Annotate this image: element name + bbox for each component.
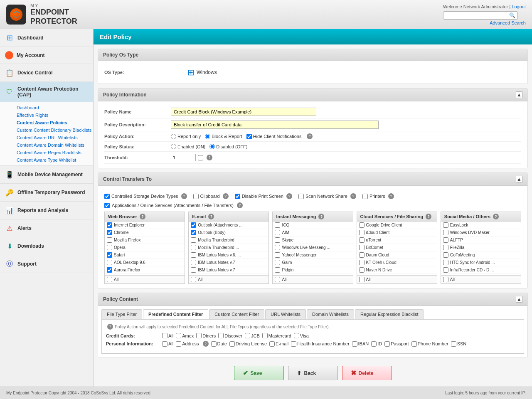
apps-help-icon[interactable]: ? [237, 202, 243, 208]
sidebar-item-alerts[interactable]: ⚠ Alerts [0, 219, 93, 237]
pi-passport[interactable]: Passport [384, 341, 409, 347]
check-network-input[interactable] [298, 194, 304, 199]
check-storage-input[interactable] [104, 194, 110, 199]
back-button[interactable]: ⬆ Back [288, 366, 338, 380]
check-clipboard[interactable]: Clipboard ? [193, 193, 229, 199]
social-all-check[interactable] [443, 277, 448, 282]
im-all-check[interactable] [275, 277, 280, 282]
sidebar-item-reports[interactable]: 📊 Reports and Analysis [0, 202, 93, 219]
check-printers[interactable]: Printers ? [362, 193, 394, 199]
submenu-regex-blacklist[interactable]: Content Aware Regex Blacklists [17, 149, 93, 156]
sidebar-item-dashboard[interactable]: ⊞ Dashboard [0, 29, 93, 47]
print-screen-help-icon[interactable]: ? [286, 193, 292, 199]
sidebar-item-downloads[interactable]: ⬇ Downloads [0, 237, 93, 255]
submenu-effective-rights[interactable]: Effective Rights [17, 111, 93, 119]
cc-amex[interactable]: Amex [176, 333, 194, 338]
policy-desc-input[interactable] [171, 121, 379, 129]
pi-address[interactable]: Address [176, 341, 199, 347]
action-help-icon[interactable]: ? [307, 133, 313, 139]
printers-help-icon[interactable]: ? [388, 193, 394, 199]
pi-all[interactable]: All [162, 341, 173, 347]
tab-file-type[interactable]: File Type Filter [101, 309, 142, 319]
pi-id[interactable]: ID [371, 341, 382, 347]
sidebar-item-otp[interactable]: 🔑 Offline Temporary Password [0, 184, 93, 202]
pi-driving[interactable]: Driving License [229, 341, 267, 347]
sidebar-item-mobile[interactable]: 📱 Mobile Device Management [0, 166, 93, 184]
check-print-screen-input[interactable] [235, 194, 240, 199]
threshold-check[interactable] [198, 155, 203, 160]
check-print-screen[interactable]: Disable Print Screen ? [235, 193, 292, 199]
pi-date[interactable]: Date [211, 341, 227, 347]
cloud-help[interactable]: ? [426, 214, 431, 219]
social-help[interactable]: ? [493, 214, 499, 219]
radio-report-only[interactable]: Report only [171, 134, 201, 139]
cc-mastercard[interactable]: Mastercard [262, 333, 291, 338]
cc-all[interactable]: All [162, 333, 173, 338]
pi-ssn[interactable]: SSN [451, 341, 467, 347]
save-button[interactable]: ✔ Save [234, 366, 284, 380]
advanced-search-link[interactable]: Advanced Search [443, 20, 526, 25]
cc-jcb[interactable]: JCB [245, 333, 260, 338]
pi-email[interactable]: E-mail [269, 341, 288, 347]
storage-help-icon[interactable]: ? [181, 193, 187, 199]
search-icon[interactable]: 🔍 [509, 12, 515, 18]
list-item: Daum Cloud [357, 251, 437, 259]
policy-name-input[interactable] [171, 108, 316, 116]
submenu-cap-policies[interactable]: Content Aware Policies [17, 119, 93, 126]
radio-enabled[interactable]: Enabled (ON) [171, 144, 205, 149]
tab-url[interactable]: URL Whitelists [265, 309, 306, 319]
sidebar-item-cap[interactable]: 🛡 Content Aware Protection (CAP) [0, 82, 93, 102]
pi-iban[interactable]: IBAN [352, 341, 369, 347]
threshold-input[interactable] [171, 154, 196, 161]
web-browser-help[interactable]: ? [140, 214, 145, 219]
check-network[interactable]: Scan Network Share ? [298, 193, 356, 199]
note-help-icon[interactable]: ? [107, 324, 113, 330]
web-all-check[interactable] [107, 277, 112, 282]
check-hide-notif-input[interactable] [246, 134, 252, 139]
apps-check[interactable] [104, 203, 110, 208]
radio-block-report-input[interactable] [205, 134, 210, 139]
cc-diners[interactable]: Diners [196, 333, 216, 338]
sidebar-item-device-control[interactable]: 📋 Device Control [0, 64, 93, 82]
radio-report-only-input[interactable] [171, 134, 176, 139]
control-collapse-btn[interactable]: ▲ [516, 176, 522, 182]
submenu-dashboard[interactable]: Dashboard [17, 104, 93, 111]
im-help[interactable]: ? [318, 214, 324, 219]
cc-visa[interactable]: Visa [294, 333, 309, 338]
tab-predefined[interactable]: Predefined Content Filter [143, 309, 208, 319]
cc-discover[interactable]: Discover [218, 333, 242, 338]
social-header: Social Media / Others ? [441, 212, 521, 222]
threshold-help-icon[interactable]: ? [207, 155, 212, 160]
content-collapse-btn[interactable]: ▲ [516, 296, 522, 303]
radio-disabled[interactable]: Disabled (OFF) [209, 144, 247, 149]
pi-phone[interactable]: Phone Number [411, 341, 448, 347]
address-help[interactable]: ? [203, 341, 209, 347]
check-hide-notif[interactable]: Hide Client Notifications [246, 134, 302, 139]
collapse-btn[interactable]: ▲ [516, 91, 522, 98]
clipboard-help-icon[interactable]: ? [223, 193, 229, 199]
tab-regex[interactable]: Regular Expression Blacklist [355, 309, 424, 319]
email-help[interactable]: ? [208, 214, 214, 219]
radio-enabled-input[interactable] [171, 144, 176, 149]
tab-domain[interactable]: Domain Whitelists [307, 309, 354, 319]
radio-block-report[interactable]: Block & Report [205, 134, 242, 139]
sidebar-item-support[interactable]: ⓪ Support [0, 255, 93, 273]
radio-disabled-input[interactable] [209, 144, 215, 149]
submenu-domain-whitelist[interactable]: Content Aware Domain Whitelists [17, 141, 93, 149]
submenu-custom-dict[interactable]: Custom Content Dictionary Blacklists [17, 126, 93, 134]
email-all-check[interactable] [191, 277, 196, 282]
check-printers-input[interactable] [362, 194, 368, 199]
tab-custom[interactable]: Custom Content Filter [209, 309, 264, 319]
cloud-all-check[interactable] [359, 277, 365, 282]
sidebar-item-account[interactable]: My Account [0, 47, 93, 64]
device-icon: 📋 [5, 68, 14, 77]
check-clipboard-input[interactable] [193, 194, 199, 199]
search-input[interactable] [446, 13, 509, 18]
network-help-icon[interactable]: ? [350, 193, 356, 199]
submenu-url-whitelist[interactable]: Content Aware URL Whitelists [17, 134, 93, 141]
check-storage[interactable]: Controlled Storage Device Types ? [104, 193, 187, 199]
submenu-type-whitelist[interactable]: Content Aware Type Whitelist [17, 156, 93, 164]
pi-health[interactable]: Health Insurance Number [291, 341, 349, 347]
delete-button[interactable]: ✖ Delete [342, 366, 392, 380]
logout-link[interactable]: Logout [512, 4, 526, 9]
